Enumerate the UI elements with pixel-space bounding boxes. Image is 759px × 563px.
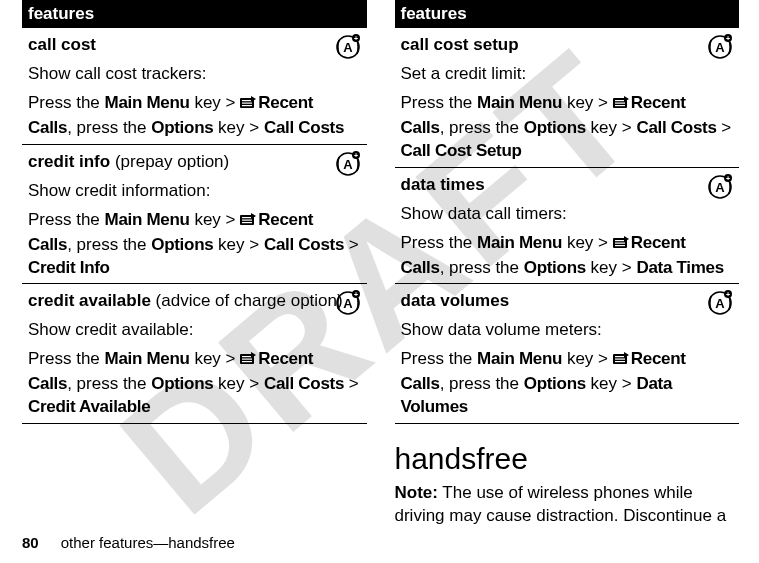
right-header: features bbox=[395, 0, 740, 27]
row-subtitle: (prepay option) bbox=[110, 152, 229, 171]
t: key > bbox=[586, 118, 637, 137]
recent-calls-icon bbox=[240, 211, 256, 234]
row-title: call cost bbox=[28, 35, 96, 54]
t: Press the bbox=[28, 210, 105, 229]
svg-text:+: + bbox=[353, 291, 357, 298]
t: key > bbox=[190, 349, 241, 368]
svg-rect-15 bbox=[242, 222, 252, 223]
k: Call Costs bbox=[264, 374, 344, 393]
left-column: features A+ call cost Show call cost tra… bbox=[22, 0, 367, 528]
t: > bbox=[717, 118, 732, 137]
svg-rect-46 bbox=[615, 359, 625, 360]
row-path: Press the Main Menu key > Recent Calls, … bbox=[28, 209, 361, 280]
svg-rect-45 bbox=[615, 356, 625, 357]
left-row-1: A+ credit info (prepay option) Show cred… bbox=[22, 144, 367, 284]
t: Press the bbox=[28, 349, 105, 368]
t: key > bbox=[190, 93, 241, 112]
row-title: data volumes bbox=[401, 291, 510, 310]
network-icon: A+ bbox=[707, 34, 733, 60]
svg-rect-38 bbox=[615, 242, 625, 243]
t: > bbox=[344, 374, 359, 393]
k: Main Menu bbox=[105, 93, 190, 112]
k: Options bbox=[151, 118, 213, 137]
k: Credit Info bbox=[28, 258, 110, 277]
network-icon: A+ bbox=[707, 174, 733, 200]
t: key > bbox=[562, 93, 613, 112]
recent-calls-icon bbox=[240, 94, 256, 117]
t: , press the bbox=[440, 258, 524, 277]
svg-rect-37 bbox=[615, 240, 625, 241]
k: Main Menu bbox=[477, 93, 562, 112]
t: key > bbox=[213, 374, 264, 393]
footer: 80other features—handsfree bbox=[22, 534, 235, 551]
row-title: credit info bbox=[28, 152, 110, 171]
t: key > bbox=[586, 258, 637, 277]
note-text: The use of wireless phones while driving… bbox=[395, 483, 727, 525]
note-label: Note: bbox=[395, 483, 438, 502]
row-title: credit available bbox=[28, 291, 151, 310]
t: Press the bbox=[28, 93, 105, 112]
footer-text: other features—handsfree bbox=[61, 534, 235, 551]
k: Options bbox=[524, 258, 586, 277]
t: , press the bbox=[440, 118, 524, 137]
t: > bbox=[344, 235, 359, 254]
svg-text:+: + bbox=[726, 35, 730, 42]
network-icon: A+ bbox=[335, 151, 361, 177]
row-subtitle: (advice of charge option) bbox=[151, 291, 343, 310]
row-path: Press the Main Menu key > Recent Calls, … bbox=[401, 92, 734, 163]
k: Data Times bbox=[636, 258, 723, 277]
right-row-1: A+ data times Show data call timers: Pre… bbox=[395, 167, 740, 284]
row-title: data times bbox=[401, 175, 485, 194]
right-row-2: A+ data volumes Show data volume meters:… bbox=[395, 283, 740, 424]
left-row-0: A+ call cost Show call cost trackers: Pr… bbox=[22, 27, 367, 144]
t: key > bbox=[213, 118, 264, 137]
t: , press the bbox=[67, 118, 151, 137]
k: Main Menu bbox=[477, 233, 562, 252]
network-icon: A+ bbox=[335, 290, 361, 316]
svg-rect-30 bbox=[615, 102, 625, 103]
k: Call Costs bbox=[264, 235, 344, 254]
left-header: features bbox=[22, 0, 367, 27]
right-column: features A+ call cost setup Set a credit… bbox=[395, 0, 740, 528]
t: key > bbox=[562, 233, 613, 252]
svg-rect-22 bbox=[242, 359, 252, 360]
k: Options bbox=[151, 235, 213, 254]
svg-text:+: + bbox=[353, 152, 357, 159]
t: Press the bbox=[401, 349, 478, 368]
svg-text:+: + bbox=[353, 35, 357, 42]
t: key > bbox=[562, 349, 613, 368]
k: Call Costs bbox=[636, 118, 716, 137]
svg-text:A: A bbox=[343, 296, 353, 311]
recent-calls-icon bbox=[240, 350, 256, 373]
page-number: 80 bbox=[22, 534, 39, 551]
columns: features A+ call cost Show call cost tra… bbox=[0, 0, 759, 528]
svg-text:A: A bbox=[715, 180, 725, 195]
t: Press the bbox=[401, 93, 478, 112]
section-heading: handsfree bbox=[395, 442, 740, 476]
svg-text:A: A bbox=[715, 296, 725, 311]
row-path: Press the Main Menu key > Recent Calls, … bbox=[28, 348, 361, 419]
svg-rect-7 bbox=[242, 105, 252, 106]
svg-text:+: + bbox=[726, 291, 730, 298]
row-path: Press the Main Menu key > Recent Calls, … bbox=[28, 92, 361, 140]
row-desc: Show data volume meters: bbox=[401, 319, 734, 342]
row-path: Press the Main Menu key > Recent Calls, … bbox=[401, 348, 734, 419]
t: , press the bbox=[440, 374, 524, 393]
k: Options bbox=[524, 118, 586, 137]
svg-rect-6 bbox=[242, 102, 252, 103]
svg-rect-31 bbox=[615, 105, 625, 106]
row-desc: Set a credit limit: bbox=[401, 63, 734, 86]
row-desc: Show credit information: bbox=[28, 180, 361, 203]
k: Main Menu bbox=[105, 210, 190, 229]
svg-rect-5 bbox=[242, 100, 252, 101]
svg-rect-23 bbox=[242, 361, 252, 362]
t: Press the bbox=[401, 233, 478, 252]
row-desc: Show data call timers: bbox=[401, 203, 734, 226]
row-title: call cost setup bbox=[401, 35, 519, 54]
t: , press the bbox=[67, 374, 151, 393]
svg-text:A: A bbox=[343, 40, 353, 55]
left-row-2: A+ credit available (advice of charge op… bbox=[22, 283, 367, 424]
svg-rect-39 bbox=[615, 245, 625, 246]
k: Call Cost Setup bbox=[401, 141, 522, 160]
svg-rect-13 bbox=[242, 217, 252, 218]
